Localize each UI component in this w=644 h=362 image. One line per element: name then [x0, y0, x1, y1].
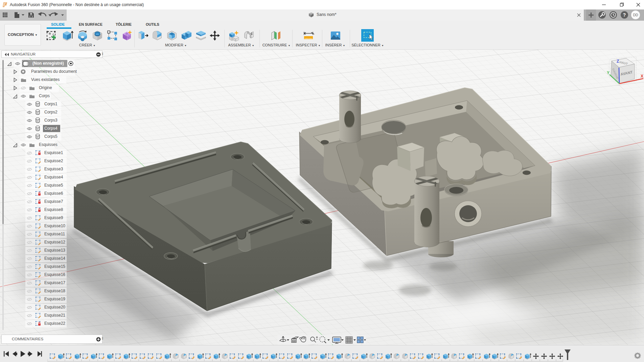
svg-text:?: ?: [623, 12, 626, 18]
svg-text:Z: Z: [617, 59, 619, 64]
svg-text:Y: Y: [607, 70, 610, 75]
svg-text:X: X: [641, 74, 643, 79]
svg-text:DD: DD: [633, 13, 638, 17]
